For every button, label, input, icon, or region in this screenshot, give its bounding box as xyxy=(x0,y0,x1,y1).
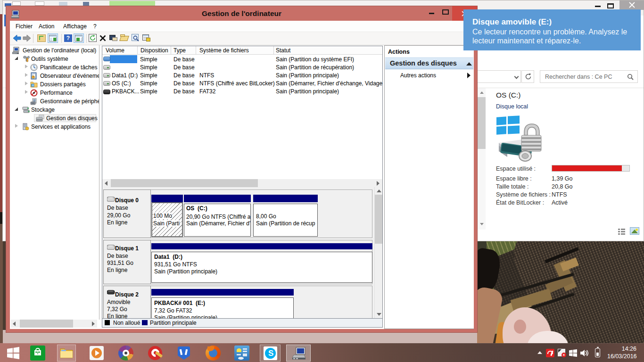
svg-text:22: 22 xyxy=(32,84,34,87)
